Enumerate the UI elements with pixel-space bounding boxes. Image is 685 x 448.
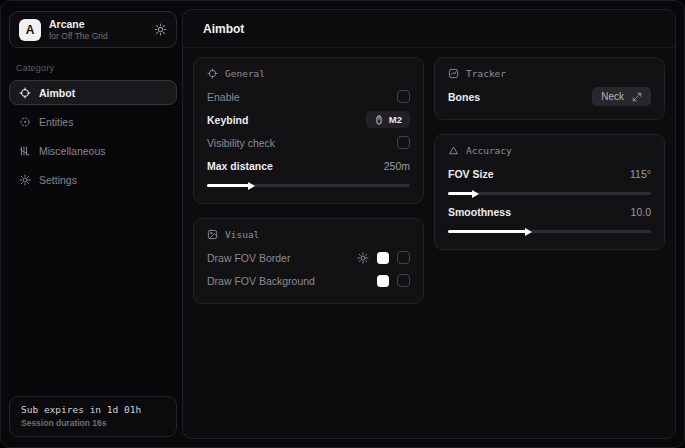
crosshair-icon xyxy=(19,87,31,99)
radar-icon xyxy=(19,116,31,128)
draw-fov-border-checkbox[interactable] xyxy=(397,251,410,264)
setting-label: Enable xyxy=(207,91,240,103)
activity-icon xyxy=(448,68,459,79)
sidebar-item-entities[interactable]: Entities xyxy=(9,109,177,134)
card-title: General xyxy=(225,68,265,79)
page-title: Aimbot xyxy=(203,22,655,36)
image-icon xyxy=(207,229,218,240)
bones-select-value: Neck xyxy=(601,91,624,102)
setting-row-enable: Enable xyxy=(207,85,410,108)
gear-icon xyxy=(19,174,31,186)
sub-expiry-text: Sub expires in 1d 01h xyxy=(21,404,165,415)
left-column: General Enable Keybind xyxy=(193,57,424,304)
accuracy-card: Accuracy FOV Size 115° Smoothness 10.0 xyxy=(434,134,665,250)
misc-icon xyxy=(19,145,31,157)
setting-label: Smoothness xyxy=(448,206,511,218)
gear-icon[interactable] xyxy=(154,23,167,36)
session-duration-text: Session duration 16s xyxy=(21,418,165,428)
setting-row-keybind: Keybind M2 xyxy=(207,108,410,131)
sidebar-item-aimbot[interactable]: Aimbot xyxy=(9,80,177,105)
fov-border-color-swatch[interactable] xyxy=(377,252,389,264)
keybind-value: M2 xyxy=(389,114,402,125)
setting-row-draw-fov-background: Draw FOV Background xyxy=(207,269,410,292)
setting-label: Visibility check xyxy=(207,137,275,149)
category-label: Category xyxy=(16,63,170,73)
logo-card: A Arcane for Off The Grid xyxy=(9,11,177,48)
app-window: A Arcane for Off The Grid Category xyxy=(0,0,685,448)
setting-row-max-distance: Max distance 250m xyxy=(207,154,410,177)
setting-row-visibility-check: Visibility check xyxy=(207,131,410,154)
card-title: Tracker xyxy=(466,68,506,79)
fov-size-value: 115° xyxy=(630,168,651,180)
sidebar-nav: Aimbot Entities Miscellaneous xyxy=(9,80,177,192)
card-title: Visual xyxy=(225,229,259,240)
main-panel: Aimbot General xyxy=(182,9,676,439)
app-logo: A xyxy=(19,19,41,41)
setting-label: Max distance xyxy=(207,160,273,172)
max-distance-value: 250m xyxy=(384,160,410,172)
keybind-button[interactable]: M2 xyxy=(366,111,410,128)
sidebar-item-label: Aimbot xyxy=(39,87,75,99)
expand-icon xyxy=(632,92,642,102)
tracker-card: Tracker Bones Neck xyxy=(434,57,665,120)
page-header: Aimbot xyxy=(183,10,675,48)
sidebar-item-settings[interactable]: Settings xyxy=(9,167,177,192)
sidebar-item-miscellaneous[interactable]: Miscellaneous xyxy=(9,138,177,163)
row-controls xyxy=(377,274,410,287)
slider-fill xyxy=(207,184,249,187)
bones-select[interactable]: Neck xyxy=(592,87,651,106)
tracker-card-header: Tracker xyxy=(448,68,651,79)
content-area: General Enable Keybind xyxy=(183,48,675,313)
smoothness-value: 10.0 xyxy=(631,206,651,218)
card-title: Accuracy xyxy=(466,145,512,156)
row-controls xyxy=(357,251,410,264)
smoothness-slider[interactable] xyxy=(448,230,651,233)
setting-row-bones: Bones Neck xyxy=(448,85,651,108)
visibility-check-checkbox[interactable] xyxy=(397,136,410,149)
setting-label: FOV Size xyxy=(448,168,494,180)
fov-background-color-swatch[interactable] xyxy=(377,275,389,287)
app-subtitle: for Off The Grid xyxy=(49,31,108,41)
subscription-card: Sub expires in 1d 01h Session duration 1… xyxy=(9,396,177,437)
slider-fill xyxy=(448,230,526,233)
slider-fill xyxy=(448,192,473,195)
general-card: General Enable Keybind xyxy=(193,57,424,204)
sidebar: A Arcane for Off The Grid Category xyxy=(9,9,177,439)
sidebar-item-label: Settings xyxy=(39,174,77,186)
visual-card-header: Visual xyxy=(207,229,410,240)
max-distance-slider[interactable] xyxy=(207,184,410,187)
setting-label: Bones xyxy=(448,91,480,103)
mouse-icon xyxy=(374,115,384,125)
visual-card: Visual Draw FOV Border xyxy=(193,218,424,304)
triangle-icon xyxy=(448,145,459,156)
sidebar-item-label: Miscellaneous xyxy=(39,145,106,157)
general-card-header: General xyxy=(207,68,410,79)
app-title: Arcane xyxy=(49,18,108,30)
setting-row-draw-fov-border: Draw FOV Border xyxy=(207,246,410,269)
setting-label: Draw FOV Border xyxy=(207,252,290,264)
gear-icon[interactable] xyxy=(357,252,369,264)
setting-label: Keybind xyxy=(207,114,248,126)
setting-row-fov-size: FOV Size 115° xyxy=(448,162,651,185)
logo-text: Arcane for Off The Grid xyxy=(49,18,108,41)
sidebar-item-label: Entities xyxy=(39,116,73,128)
accuracy-card-header: Accuracy xyxy=(448,145,651,156)
draw-fov-background-checkbox[interactable] xyxy=(397,274,410,287)
enable-checkbox[interactable] xyxy=(397,90,410,103)
crosshair-icon xyxy=(207,68,218,79)
fov-size-slider[interactable] xyxy=(448,192,651,195)
setting-label: Draw FOV Background xyxy=(207,275,315,287)
setting-row-smoothness: Smoothness 10.0 xyxy=(448,200,651,223)
right-column: Tracker Bones Neck xyxy=(434,57,665,250)
